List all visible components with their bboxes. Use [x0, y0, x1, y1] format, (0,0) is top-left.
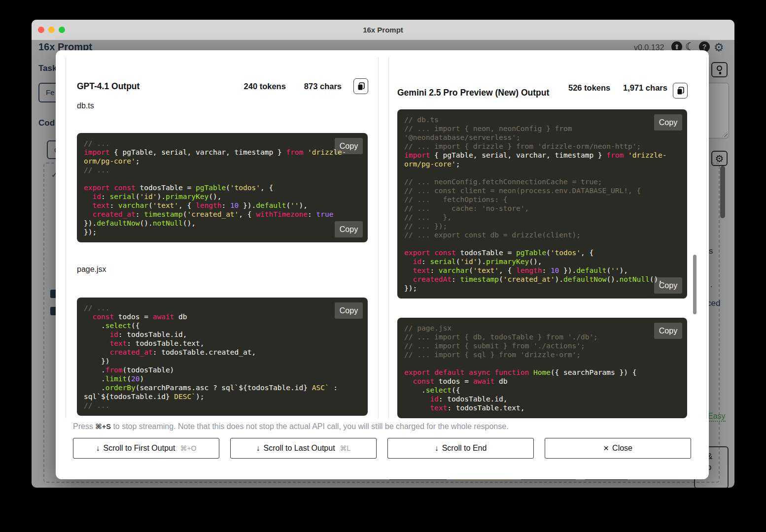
gemini-output-column[interactable]: Gemini 2.5 Pro Preview (New) Output 526 …	[388, 57, 707, 418]
char-count: 873 chars	[304, 82, 342, 91]
text-fragment: .	[710, 280, 713, 290]
task-label: Task	[38, 64, 57, 73]
scroll-to-end-button[interactable]: ↓ Scroll to End	[387, 438, 534, 459]
code-content: // ... const todos = await db .select({ …	[77, 298, 368, 416]
copy-code-button[interactable]: Copy	[335, 221, 363, 237]
gear-icon: ⚙	[715, 153, 724, 164]
scroll-to-last-output-button[interactable]: ↓ Scroll to Last Output ⌘L	[230, 438, 377, 459]
copy-code-button[interactable]: Copy	[654, 277, 682, 294]
lightbulb-icon	[717, 66, 722, 71]
down-arrow-icon: ↓	[96, 444, 100, 453]
scroll-to-first-output-button[interactable]: ↓ Scroll to First Output ⌘+O	[73, 438, 219, 459]
output-modal: GPT-4.1 Output 240 tokens 873 chars db.t…	[56, 50, 709, 479]
button-label: Scroll to End	[442, 444, 487, 453]
code-content: // ... import { pgTable, serial, varchar…	[77, 133, 368, 242]
code-block: // page.jsx // ... import { db, todosTab…	[397, 318, 687, 418]
shortcut-label: ⌘+O	[180, 444, 196, 452]
code-block: // ... const todos = await db .select({ …	[77, 298, 368, 416]
resize-grip-icon[interactable]	[722, 132, 728, 137]
down-arrow-icon: ↓	[435, 444, 439, 453]
panel-title: Gemini 2.5 Pro Preview (New) Output	[397, 88, 549, 98]
button-label: Close	[612, 444, 632, 453]
window-title: 16x Prompt	[32, 20, 734, 40]
shortcut-label: ⌘L	[340, 444, 351, 452]
app-scrollbar-thumb[interactable]	[720, 166, 725, 218]
panel-title: GPT-4.1 Output	[77, 81, 139, 92]
titlebar: 16x Prompt	[32, 20, 734, 40]
streaming-status-text: Press ⌘+S to stop streaming. Note that t…	[73, 422, 509, 431]
copy-code-button[interactable]: Copy	[335, 138, 363, 154]
copy-code-button[interactable]: Copy	[654, 323, 682, 339]
modal-footer: ↓ Scroll to First Output ⌘+O ↓ Scroll to…	[73, 438, 691, 459]
code-block: // db.ts // ... import { neon, neonConfi…	[397, 109, 687, 299]
copy-icon	[357, 82, 365, 91]
code-content: // page.jsx // ... import { db, todosTab…	[397, 318, 687, 418]
status-suffix: to stop streaming. Note that this does n…	[111, 422, 509, 431]
easy-link[interactable]: Easy	[708, 412, 726, 422]
status-prefix: Press	[73, 422, 95, 431]
copy-code-button[interactable]: Copy	[335, 302, 363, 319]
screen: 16x Prompt 16x Prompt v0.0.132 ⬆ ☾ ? ⚙ T…	[0, 0, 766, 532]
code-content: // db.ts // ... import { neon, neonConfi…	[397, 109, 687, 299]
button-label: Scroll to First Output	[104, 444, 175, 453]
panel-header: GPT-4.1 Output 240 tokens 873 chars	[77, 77, 368, 95]
token-count: 240 tokens	[244, 82, 286, 91]
code-label: Cod	[38, 118, 55, 128]
idea-button[interactable]	[711, 62, 728, 77]
model-settings-button[interactable]: ⚙	[711, 151, 728, 166]
copy-output-button[interactable]	[673, 83, 688, 99]
file-name-label: page.jsx	[77, 265, 106, 274]
settings-button[interactable]: ⚙	[714, 41, 726, 53]
gpt-output-column[interactable]: GPT-4.1 Output 240 tokens 873 chars db.t…	[66, 57, 379, 418]
text-fragment: s	[709, 246, 713, 256]
file-name-label: db.ts	[77, 101, 94, 110]
down-arrow-icon: ↓	[256, 444, 260, 453]
code-block: // ... import { pgTable, serial, varchar…	[77, 133, 368, 242]
keyboard-shortcut: ⌘+S	[95, 423, 111, 431]
copy-code-button[interactable]: Copy	[654, 114, 682, 131]
panel-header: Gemini 2.5 Pro Preview (New) Output 526 …	[397, 80, 696, 108]
text-fragment: ced	[707, 299, 720, 308]
gear-icon: ⚙	[714, 41, 726, 53]
close-button[interactable]: × Close	[545, 438, 691, 459]
button-label: Scroll to Last Output	[264, 444, 335, 453]
token-count: 526 tokens	[568, 81, 601, 94]
modal-scrollbar-thumb[interactable]	[693, 255, 696, 314]
copy-output-button[interactable]	[353, 78, 368, 94]
close-x-icon: ×	[603, 443, 609, 454]
char-count: 1,971 chars	[623, 81, 656, 94]
copy-icon	[677, 87, 684, 95]
